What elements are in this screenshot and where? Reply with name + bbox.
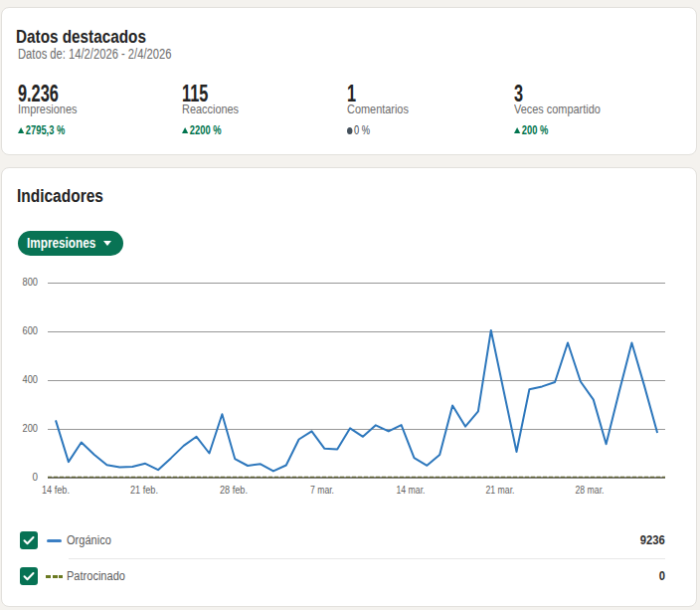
svg-text:28 feb.: 28 feb. [220,484,248,496]
svg-text:7 mar.: 7 mar. [310,484,334,496]
svg-text:14 feb.: 14 feb. [42,484,70,496]
svg-text:200: 200 [23,422,39,434]
svg-text:800: 800 [23,276,39,288]
svg-text:28 mar.: 28 mar. [576,484,605,496]
svg-text:21 feb.: 21 feb. [130,484,158,496]
svg-text:21 mar.: 21 mar. [486,484,515,496]
svg-text:14 mar.: 14 mar. [397,484,426,496]
svg-text:0: 0 [33,471,39,483]
svg-text:600: 600 [23,324,39,336]
svg-text:400: 400 [23,373,39,385]
